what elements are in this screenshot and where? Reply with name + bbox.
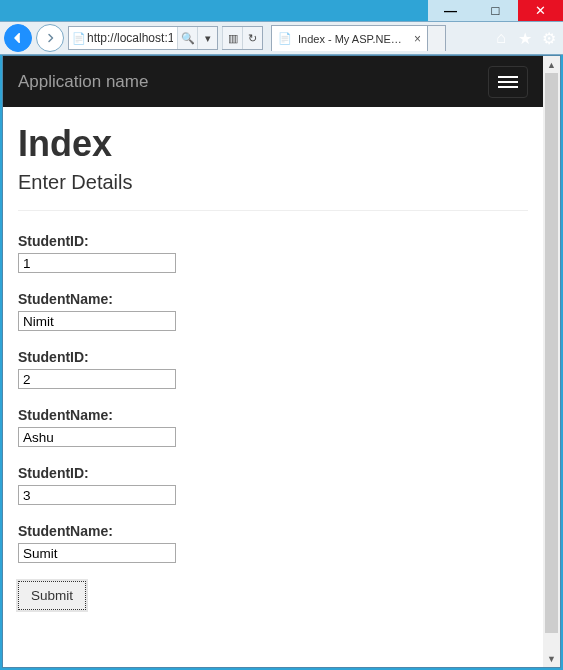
refresh-button[interactable]: ↻	[242, 27, 262, 49]
tab-active[interactable]: 📄 Index - My ASP.NET A... ×	[271, 25, 428, 51]
page-subtitle: Enter Details	[18, 171, 528, 194]
input-student-id[interactable]	[18, 369, 176, 389]
toolbar-right: ⌂ ★ ⚙	[493, 30, 559, 46]
field-student-id: StudentID:	[18, 349, 528, 389]
input-student-name[interactable]	[18, 543, 176, 563]
scroll-up-icon[interactable]: ▲	[543, 56, 560, 73]
input-student-id[interactable]	[18, 485, 176, 505]
address-bar: 📄 🔍 ▾	[68, 26, 218, 50]
label-student-id: StudentID:	[18, 349, 528, 365]
field-student-name: StudentName:	[18, 291, 528, 331]
settings-icon[interactable]: ⚙	[541, 30, 557, 46]
field-student-name: StudentName:	[18, 407, 528, 447]
compat-button[interactable]: ▥	[222, 27, 242, 49]
brand[interactable]: Application name	[18, 72, 148, 92]
label-student-name: StudentName:	[18, 291, 528, 307]
page-title: Index	[18, 123, 528, 165]
home-icon[interactable]: ⌂	[493, 30, 509, 46]
refresh-group: ▥ ↻	[222, 26, 263, 50]
label-student-name: StudentName:	[18, 523, 528, 539]
maximize-button[interactable]: □	[473, 0, 518, 21]
tab-favicon-icon: 📄	[278, 32, 292, 45]
input-student-name[interactable]	[18, 427, 176, 447]
new-tab-button[interactable]	[428, 25, 446, 51]
field-student-name: StudentName:	[18, 523, 528, 563]
tab-close-icon[interactable]: ×	[414, 32, 421, 46]
app-navbar: Application name	[3, 56, 543, 107]
titlebar: — □ ✕	[0, 0, 563, 21]
scroll-track[interactable]	[543, 73, 560, 650]
divider	[18, 210, 528, 211]
input-student-name[interactable]	[18, 311, 176, 331]
field-student-id: StudentID:	[18, 233, 528, 273]
hamburger-line-icon	[498, 81, 518, 83]
window: — □ ✕ 📄 🔍 ▾ ▥ ↻ 📄 Index - My ASP.NET A..	[0, 0, 563, 670]
vertical-scrollbar[interactable]: ▲ ▼	[543, 56, 560, 667]
input-student-id[interactable]	[18, 253, 176, 273]
hamburger-line-icon	[498, 76, 518, 78]
address-input[interactable]	[69, 27, 177, 49]
search-button[interactable]: 🔍	[177, 27, 197, 49]
tabstrip: 📄 Index - My ASP.NET A... ×	[271, 25, 489, 51]
forward-button[interactable]	[36, 24, 64, 52]
favorites-icon[interactable]: ★	[517, 30, 533, 46]
field-student-id: StudentID:	[18, 465, 528, 505]
address-dropdown[interactable]: ▾	[197, 27, 217, 49]
page-viewport: Application name Index Enter Details Stu…	[3, 56, 543, 667]
page-content: Index Enter Details StudentID: StudentNa…	[3, 107, 543, 626]
back-button[interactable]	[4, 24, 32, 52]
minimize-button[interactable]: —	[428, 0, 473, 21]
label-student-name: StudentName:	[18, 407, 528, 423]
nav-toggle-button[interactable]	[488, 66, 528, 98]
browser-toolbar: 📄 🔍 ▾ ▥ ↻ 📄 Index - My ASP.NET A... × ⌂ …	[0, 21, 563, 55]
hamburger-line-icon	[498, 86, 518, 88]
submit-button[interactable]: Submit	[18, 581, 86, 610]
label-student-id: StudentID:	[18, 465, 528, 481]
scroll-down-icon[interactable]: ▼	[543, 650, 560, 667]
scroll-thumb[interactable]	[545, 73, 558, 633]
client-area: Application name Index Enter Details Stu…	[2, 55, 561, 668]
label-student-id: StudentID:	[18, 233, 528, 249]
close-button[interactable]: ✕	[518, 0, 563, 21]
tab-label: Index - My ASP.NET A...	[298, 33, 408, 45]
